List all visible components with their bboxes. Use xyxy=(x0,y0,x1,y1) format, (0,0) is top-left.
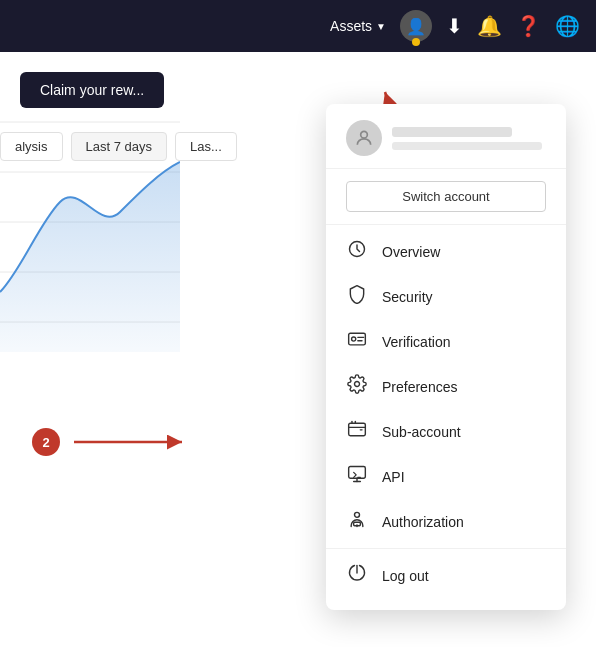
subaccount-label: Sub-account xyxy=(382,424,461,440)
menu-item-authorization[interactable]: Authorization xyxy=(326,499,566,544)
power-icon xyxy=(346,563,368,588)
assets-label: Assets xyxy=(330,18,372,34)
wallet-icon xyxy=(346,419,368,444)
dropdown-menu: Switch account Overview xyxy=(326,104,566,610)
user-icon: 👤 xyxy=(406,17,426,36)
chevron-down-icon: ▼ xyxy=(376,21,386,32)
gear-icon xyxy=(346,374,368,399)
navbar: Assets ▼ 👤 ⬇ 🔔 ❓ 🌐 xyxy=(0,0,596,52)
authorization-label: Authorization xyxy=(382,514,464,530)
help-icon[interactable]: ❓ xyxy=(516,16,541,36)
user-name-blurred xyxy=(392,127,512,137)
menu-item-security[interactable]: Security xyxy=(326,274,566,319)
globe-icon[interactable]: 🌐 xyxy=(555,16,580,36)
menu-item-subaccount[interactable]: Sub-account xyxy=(326,409,566,454)
clock-icon xyxy=(346,239,368,264)
user-email-blurred xyxy=(392,142,542,150)
svg-point-11 xyxy=(355,382,360,387)
svg-point-5 xyxy=(361,131,368,138)
user-menu-button[interactable]: 👤 xyxy=(400,10,432,42)
menu-item-verification[interactable]: Verification xyxy=(326,319,566,364)
switch-account-section: Switch account xyxy=(326,169,566,225)
logout-label: Log out xyxy=(382,568,429,584)
preferences-label: Preferences xyxy=(382,379,457,395)
avatar xyxy=(346,120,382,156)
security-label: Security xyxy=(382,289,433,305)
main-content: Claim your rew... alysis Last 7 days Las… xyxy=(0,52,596,647)
user-info xyxy=(392,127,546,150)
person-icon xyxy=(354,128,374,148)
menu-item-preferences[interactable]: Preferences xyxy=(326,364,566,409)
navbar-right: Assets ▼ 👤 ⬇ 🔔 ❓ 🌐 xyxy=(330,10,580,42)
menu-item-api[interactable]: API xyxy=(326,454,566,499)
menu-divider xyxy=(326,548,566,549)
menu-items-list: Overview Security xyxy=(326,225,566,602)
svg-point-17 xyxy=(355,512,360,517)
authorization-icon xyxy=(346,509,368,534)
code-monitor-icon xyxy=(346,464,368,489)
switch-account-button[interactable]: Switch account xyxy=(346,181,546,212)
bell-icon[interactable]: 🔔 xyxy=(477,16,502,36)
dropdown-user-section xyxy=(326,104,566,169)
tab-last[interactable]: Las... xyxy=(175,132,237,161)
download-icon[interactable]: ⬇ xyxy=(446,16,463,36)
menu-item-logout[interactable]: Log out xyxy=(326,553,566,598)
assets-button[interactable]: Assets ▼ xyxy=(330,18,386,34)
api-label: API xyxy=(382,469,405,485)
id-card-icon xyxy=(346,329,368,354)
svg-point-8 xyxy=(352,337,356,341)
svg-rect-13 xyxy=(349,467,366,479)
annotation-2: 2 xyxy=(32,428,60,456)
svg-rect-12 xyxy=(349,423,366,436)
menu-item-overview[interactable]: Overview xyxy=(326,229,566,274)
verification-label: Verification xyxy=(382,334,450,350)
overview-label: Overview xyxy=(382,244,440,260)
chart-svg xyxy=(0,72,180,352)
shield-icon xyxy=(346,284,368,309)
